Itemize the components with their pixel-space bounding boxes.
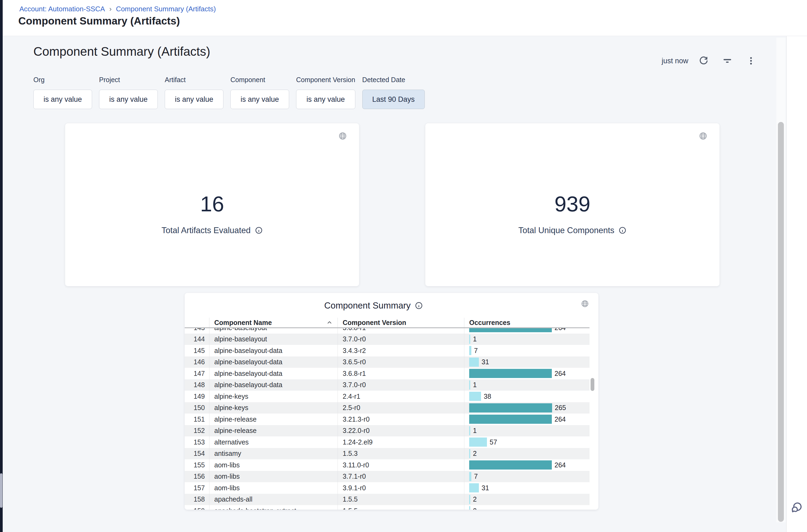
sidebar-scrollbar-thumb[interactable] <box>0 473 2 508</box>
stat-card-total-artifacts: 16 Total Artifacts Evaluated <box>65 123 359 286</box>
component-version-cell: 2.5-r0 <box>338 402 464 414</box>
stat-value: 939 <box>555 193 590 215</box>
filter-chip[interactable]: is any value <box>99 90 158 109</box>
filter-label: Component Version <box>296 76 355 84</box>
occurrences-bar <box>469 449 470 458</box>
filter-icon <box>722 55 733 66</box>
column-header-occurrences[interactable]: Occurrences <box>464 318 590 327</box>
occurrences-bar <box>469 460 552 470</box>
breadcrumb-separator: › <box>109 5 112 13</box>
table-title: Component Summary <box>324 301 411 311</box>
page-scrollbar-thumb[interactable] <box>778 122 784 522</box>
occurrences-bar <box>469 369 552 378</box>
row-number-cell: 148 <box>185 379 209 391</box>
table-row: 147alpine-baselayout-data3.6.8-r1264 <box>185 368 590 379</box>
table-header-row: Component Name Component Version Occurre… <box>185 318 590 328</box>
row-number-cell: 146 <box>185 357 209 368</box>
occurrences-cell: 38 <box>464 391 590 402</box>
stat-content: 939 Total Unique Components <box>425 123 719 286</box>
occurrences-value: 2 <box>473 507 477 510</box>
filter-chip[interactable]: Last 90 Days <box>362 90 425 109</box>
component-name-cell: alpine-keys <box>209 402 338 414</box>
filter-chip[interactable]: is any value <box>230 90 289 109</box>
row-number-cell: 151 <box>185 414 209 425</box>
filter-detected-date: Detected Date Last 90 Days <box>362 76 425 109</box>
occurrences-value: 264 <box>555 328 566 332</box>
table-scroll-viewport[interactable]: 143alpine-baselayout3.6.8-r1264144alpine… <box>185 328 590 510</box>
stat-label: Total Unique Components <box>518 226 615 235</box>
row-number-cell: 155 <box>185 459 209 471</box>
occurrences-value: 7 <box>474 347 478 355</box>
table-scrollbar-thumb[interactable] <box>591 378 594 391</box>
table-row: 159apacheds-bootstrap-extract1.5.52 <box>185 505 590 510</box>
table-row: 153alternatives1.24-2.el957 <box>185 436 590 448</box>
chat-bubbles-icon <box>789 501 804 515</box>
occurrences-bar <box>469 346 471 355</box>
component-version-cell: 3.6.8-r1 <box>338 368 464 379</box>
refresh-button[interactable] <box>698 55 710 67</box>
occurrences-cell: 7 <box>464 471 590 482</box>
component-name-cell: alpine-release <box>209 425 338 437</box>
occurrences-value: 31 <box>482 358 489 366</box>
stat-label: Total Artifacts Evaluated <box>161 226 251 235</box>
occurrences-cell: 31 <box>464 482 590 494</box>
occurrences-cell: 1 <box>464 334 590 345</box>
page-title: Component Summary (Artifacts) <box>18 15 180 27</box>
globe-icon[interactable] <box>581 299 589 308</box>
table-row: 157aom-libs3.9.1-r031 <box>185 482 590 494</box>
row-number-cell: 157 <box>185 482 209 494</box>
occurrences-cell: 2 <box>464 494 590 505</box>
dashboard-content: Component Summary (Artifacts) just now <box>3 36 787 532</box>
filter-chip[interactable]: is any value <box>165 90 224 109</box>
row-number-cell: 147 <box>185 368 209 379</box>
component-version-cell: 1.5.5 <box>338 494 464 505</box>
filter-label: Artifact <box>165 76 224 84</box>
occurrences-cell: 264 <box>464 414 590 425</box>
info-icon[interactable] <box>619 226 627 234</box>
occurrences-bar <box>469 437 487 446</box>
component-version-cell: 1.5.3 <box>338 448 464 460</box>
info-icon[interactable] <box>415 302 423 310</box>
component-name-cell: alternatives <box>209 436 338 448</box>
occurrences-value: 2 <box>473 450 477 457</box>
collapsed-sidebar[interactable] <box>0 0 3 532</box>
table-row: 151alpine-release3.21.3-r0264 <box>185 414 590 425</box>
stat-content: 16 Total Artifacts Evaluated <box>65 123 359 286</box>
breadcrumb-account-link[interactable]: Account: Automation-SSCA <box>19 5 105 13</box>
filter-org: Org is any value <box>33 76 92 109</box>
occurrences-bar <box>469 403 552 413</box>
row-number-cell: 153 <box>185 436 209 448</box>
filter-chip[interactable]: is any value <box>296 90 355 109</box>
help-chat-button[interactable] <box>789 500 804 516</box>
kebab-icon <box>746 56 756 66</box>
occurrences-bar <box>469 495 470 504</box>
occurrences-value: 264 <box>555 461 566 469</box>
column-header-component-name[interactable]: Component Name <box>209 318 338 327</box>
filter-artifact: Artifact is any value <box>165 76 224 109</box>
dashboard-filters-button[interactable] <box>722 55 733 67</box>
info-icon[interactable] <box>255 226 263 234</box>
occurrences-bar <box>469 483 479 492</box>
table-row: 143alpine-baselayout3.6.8-r1264 <box>185 328 590 334</box>
breadcrumb-page-link[interactable]: Component Summary (Artifacts) <box>116 5 216 13</box>
occurrences-value: 7 <box>474 473 478 480</box>
occurrences-value: 2 <box>473 495 477 503</box>
occurrences-cell: 264 <box>464 368 590 379</box>
dashboard-more-actions-button[interactable] <box>745 55 757 67</box>
filter-label: Detected Date <box>362 76 425 84</box>
component-version-cell: 3.7.1-r0 <box>338 471 464 482</box>
occurrences-bar <box>469 328 552 332</box>
component-name-cell: alpine-keys <box>209 391 338 402</box>
filter-chip[interactable]: is any value <box>33 90 92 109</box>
occurrences-value: 265 <box>555 404 566 412</box>
table-body: 143alpine-baselayout3.6.8-r1264144alpine… <box>185 328 590 510</box>
component-name-cell: alpine-baselayout <box>209 334 338 345</box>
component-version-cell: 3.21.3-r0 <box>338 414 464 425</box>
component-name-cell: aom-libs <box>209 459 338 471</box>
occurrences-value: 1 <box>473 381 477 389</box>
component-version-cell: 1.24-2.el9 <box>338 436 464 448</box>
occurrences-cell: 31 <box>464 357 590 368</box>
column-header-component-version[interactable]: Component Version <box>338 318 464 327</box>
row-number-cell: 158 <box>185 494 209 505</box>
table-row: 149alpine-keys2.4-r138 <box>185 391 590 402</box>
